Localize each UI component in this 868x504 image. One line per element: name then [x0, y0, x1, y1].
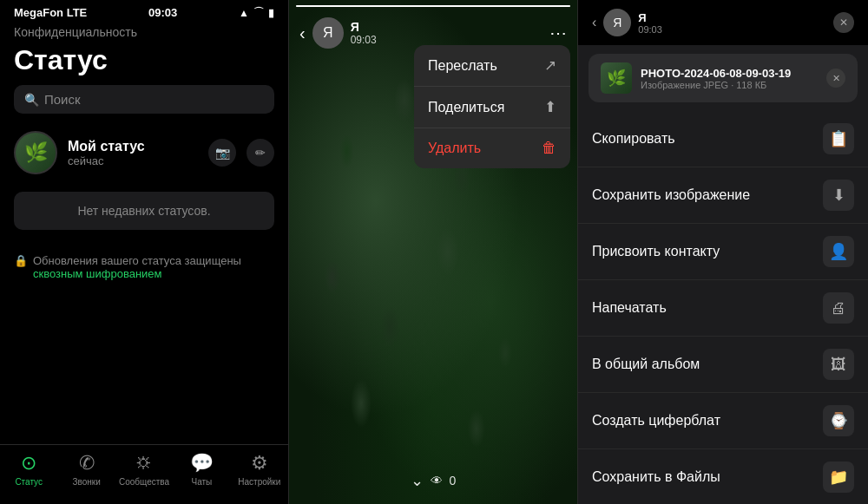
- nav-item-chats[interactable]: 💬 Чаты: [173, 452, 230, 487]
- lock-icon: 🔒: [14, 254, 28, 267]
- wifi-icon: ⌒: [253, 5, 264, 20]
- share-time: 09:03: [638, 24, 826, 35]
- share-menu-item[interactable]: Поделиться ⬆: [414, 87, 570, 128]
- views-count: 0: [450, 474, 457, 488]
- status-icons: ▲ ⌒ ▮: [239, 5, 274, 20]
- my-status-time: сейчас: [68, 154, 198, 167]
- delete-label: Удалить: [428, 141, 481, 156]
- share-option-save-files[interactable]: Сохранить в Файлы 📁: [578, 449, 868, 504]
- context-menu: Переслать ↗ Поделиться ⬆ Удалить 🗑: [414, 45, 570, 168]
- save-image-icon: ⬇: [823, 180, 854, 211]
- forward-label: Переслать: [428, 58, 497, 74]
- no-recent-label: Нет недавних статусов.: [14, 192, 274, 230]
- viewer-avatar: Я: [312, 17, 344, 49]
- shared-album-icon: 🖼: [823, 349, 854, 380]
- share-option-copy[interactable]: Скопировать 📋: [578, 111, 868, 167]
- battery-icon: ▮: [268, 7, 274, 19]
- share-user-info: Я 09:03: [638, 11, 826, 35]
- forward-icon: ↗: [544, 56, 556, 75]
- share-label: Поделиться: [428, 100, 504, 115]
- status-bar: MegaFon LTE 09:03 ▲ ⌒ ▮: [0, 0, 288, 22]
- assign-contact-icon: 👤: [823, 236, 854, 267]
- encryption-link[interactable]: сквозным шифрованием: [33, 267, 162, 280]
- share-option-watchface[interactable]: Создать циферблат ⌚: [578, 393, 868, 449]
- file-close-button[interactable]: ✕: [826, 69, 845, 88]
- share-option-print[interactable]: Напечатать 🖨: [578, 280, 868, 337]
- watchface-label: Создать циферблат: [592, 413, 720, 429]
- share-options-list: Скопировать 📋 Сохранить изображение ⬇ Пр…: [578, 111, 868, 504]
- chats-nav-icon: 💬: [190, 452, 214, 475]
- calls-nav-label: Звонки: [72, 477, 100, 487]
- shared-album-label: В общий альбом: [592, 357, 700, 372]
- my-status-row[interactable]: 🌿 Мой статус сейчас 📷 ✏: [0, 124, 288, 181]
- share-option-save-image[interactable]: Сохранить изображение ⬇: [578, 167, 868, 224]
- share-option-assign-contact[interactable]: Присвоить контакту 👤: [578, 224, 868, 280]
- search-icon: 🔍: [24, 93, 39, 107]
- my-status-actions: 📷 ✏: [208, 139, 274, 167]
- progress-track: [296, 5, 570, 7]
- story-viewer-panel: ‹ Я Я 09:03 ⋯ Переслать ↗ Поделиться ⬆ У…: [289, 0, 578, 504]
- eye-icon: 👁: [431, 474, 443, 488]
- viewer-username: Я: [351, 20, 542, 34]
- encryption-text: Обновления вашего статуса защищены сквоз…: [33, 254, 274, 280]
- nav-item-settings[interactable]: ⚙ Настройки: [231, 452, 288, 487]
- file-info-card: 🌿 PHOTO-2024-06-08-09-03-19 Изображение …: [589, 54, 858, 102]
- nav-item-calls[interactable]: ✆ Звонки: [57, 452, 115, 487]
- search-bar[interactable]: 🔍 Поиск: [14, 85, 274, 114]
- edit-button[interactable]: ✏: [247, 139, 274, 167]
- clock: 09:03: [148, 6, 177, 19]
- save-files-label: Сохранить в Файлы: [592, 469, 720, 485]
- viewer-time: 09:03: [351, 34, 542, 46]
- camera-button[interactable]: 📷: [208, 139, 236, 167]
- status-nav-icon: ⊙: [21, 452, 36, 475]
- share-option-shared-album[interactable]: В общий альбом 🖼: [578, 337, 868, 393]
- calls-nav-icon: ✆: [79, 452, 95, 475]
- status-nav-label: Статус: [15, 477, 43, 487]
- file-thumbnail: 🌿: [601, 62, 632, 94]
- copy-icon: 📋: [823, 123, 854, 154]
- viewer-user-info: Я 09:03: [351, 20, 542, 46]
- delete-icon: 🗑: [542, 140, 556, 157]
- print-icon: 🖨: [823, 292, 854, 324]
- share-username: Я: [638, 11, 826, 24]
- my-status-info: Мой статус сейчас: [68, 139, 198, 167]
- more-button[interactable]: ⋯: [549, 23, 567, 43]
- viewer-footer: ⌄ 👁 0: [289, 471, 577, 490]
- signal-icon: ▲: [239, 7, 249, 19]
- save-files-icon: 📁: [823, 461, 854, 493]
- copy-label: Скопировать: [592, 131, 675, 147]
- share-close-button[interactable]: ✕: [833, 12, 854, 33]
- status-panel: MegaFon LTE 09:03 ▲ ⌒ ▮ Конфиденциальнос…: [0, 0, 289, 504]
- communities-nav-icon: ⛭: [135, 452, 154, 475]
- assign-contact-label: Присвоить контакту: [592, 244, 720, 259]
- share-avatar: Я: [603, 9, 631, 36]
- privacy-label: Конфиденциальность: [0, 22, 288, 43]
- chats-nav-label: Чаты: [192, 477, 213, 487]
- file-name: PHOTO-2024-06-08-09-03-19: [641, 67, 818, 80]
- print-label: Напечатать: [592, 300, 667, 316]
- bottom-nav: ⊙ Статус ✆ Звонки ⛭ Сообщества 💬 Чаты ⚙ …: [0, 444, 288, 504]
- share-back-icon: ‹: [592, 15, 596, 30]
- encryption-note: 🔒 Обновления вашего статуса защищены скв…: [0, 240, 288, 294]
- nav-item-status[interactable]: ⊙ Статус: [0, 452, 57, 487]
- search-placeholder: Поиск: [44, 92, 81, 107]
- delete-menu-item[interactable]: Удалить 🗑: [414, 128, 570, 168]
- chevron-down-icon: ⌄: [411, 471, 424, 490]
- watchface-icon: ⌚: [823, 405, 854, 436]
- status-title: Статус: [0, 43, 288, 85]
- my-status-name: Мой статус: [68, 139, 198, 154]
- share-icon: ⬆: [544, 98, 556, 116]
- carrier-info: MegaFon LTE: [14, 6, 87, 19]
- progress-bar-container: [289, 0, 577, 7]
- share-header: ‹ Я Я 09:03 ✕: [578, 0, 868, 45]
- save-image-label: Сохранить изображение: [592, 187, 750, 203]
- progress-fill: [296, 5, 570, 7]
- avatar: 🌿: [14, 131, 57, 174]
- settings-nav-icon: ⚙: [251, 452, 268, 475]
- back-button[interactable]: ‹: [299, 23, 306, 43]
- carrier-text: MegaFon LTE: [14, 6, 87, 19]
- file-details: PHOTO-2024-06-08-09-03-19 Изображение JP…: [641, 67, 818, 90]
- settings-nav-label: Настройки: [238, 477, 280, 487]
- forward-menu-item[interactable]: Переслать ↗: [414, 45, 570, 87]
- nav-item-communities[interactable]: ⛭ Сообщества: [115, 452, 173, 487]
